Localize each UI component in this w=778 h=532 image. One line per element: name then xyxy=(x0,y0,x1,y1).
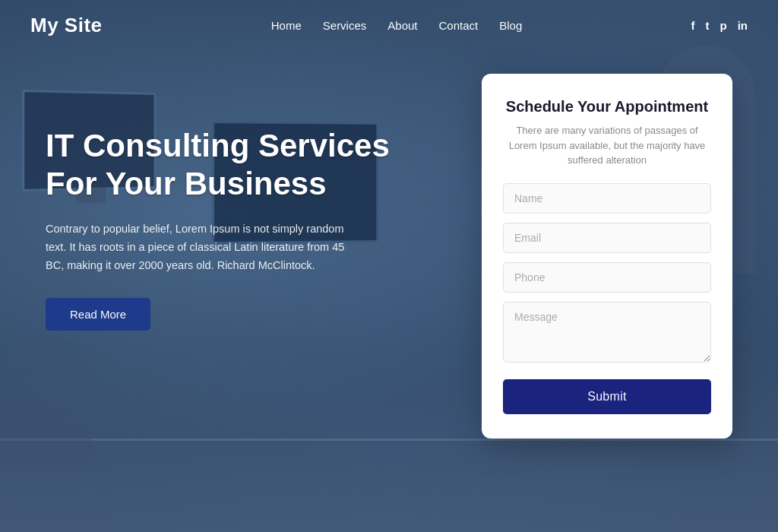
read-more-button[interactable]: Read More xyxy=(46,298,150,331)
message-input[interactable] xyxy=(503,302,711,363)
nav-blog[interactable]: Blog xyxy=(499,19,522,32)
hero-content: IT Consulting Services For Your Business… xyxy=(0,51,778,439)
name-input[interactable] xyxy=(503,183,711,214)
appointment-title: Schedule Your Appointment xyxy=(503,98,711,116)
appointment-card: Schedule Your Appointment There are many… xyxy=(482,74,732,439)
nav-home[interactable]: Home xyxy=(271,19,302,32)
site-header: My Site Home Services About Contact Blog… xyxy=(0,0,778,51)
hero-heading: IT Consulting Services For Your Business xyxy=(46,127,418,204)
linkedin-icon[interactable]: in xyxy=(738,19,748,32)
phone-input[interactable] xyxy=(503,262,711,293)
main-nav: Home Services About Contact Blog xyxy=(271,19,522,32)
site-logo[interactable]: My Site xyxy=(30,14,103,37)
email-input[interactable] xyxy=(503,223,711,253)
hero-left-panel: IT Consulting Services For Your Business… xyxy=(46,81,418,331)
message-field-group xyxy=(503,302,711,366)
phone-field-group xyxy=(503,262,711,293)
submit-button[interactable]: Submit xyxy=(503,379,711,414)
nav-about[interactable]: About xyxy=(387,19,417,32)
nav-services[interactable]: Services xyxy=(323,19,367,32)
pinterest-icon[interactable]: p xyxy=(719,19,726,32)
appointment-subtitle: There are many variations of passages of… xyxy=(503,123,711,168)
nav-contact[interactable]: Contact xyxy=(439,19,479,32)
facebook-icon[interactable]: f xyxy=(691,19,694,32)
email-field-group xyxy=(503,223,711,253)
hero-paragraph: Contrary to popular belief, Lorem Ipsum … xyxy=(46,220,365,275)
twitter-icon[interactable]: t xyxy=(705,19,709,32)
name-field-group xyxy=(503,183,711,214)
social-links: f t p in xyxy=(691,19,748,32)
